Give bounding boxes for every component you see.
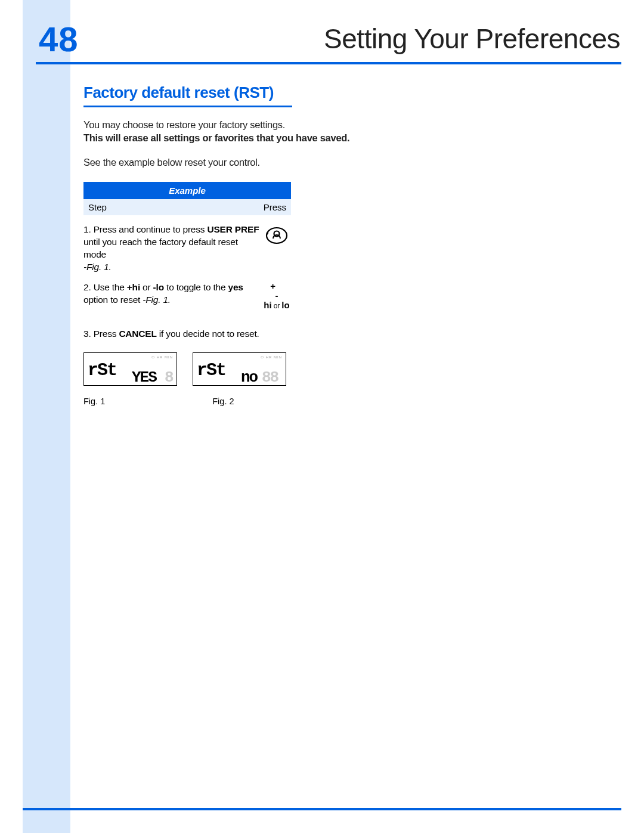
plus-symbol: + [268, 281, 278, 291]
or-label: or [272, 302, 282, 310]
yes-label: yes [228, 282, 243, 292]
display-row: O HR MIN rSt YES 8 O HR MIN rSt no 88 [83, 352, 376, 386]
footer-rule [23, 808, 621, 810]
hi-lo-buttons: + - hiorlo [262, 281, 291, 309]
chapter-title: Setting Your Preferences [83, 23, 620, 55]
step-text: 1. Press and continue to press USER PREF… [83, 224, 262, 274]
fig-ref: -Fig. 1. [83, 262, 112, 272]
cancel-label: CANCEL [119, 329, 156, 339]
step-lead: Use the [91, 282, 127, 292]
fig-ref: -Fig. 1. [143, 295, 171, 305]
step-tail: option to reset [83, 295, 143, 305]
step-text: 2. Use the +hi or -lo to toggle to the y… [83, 281, 262, 306]
plus-hi-label: +hi [127, 282, 140, 292]
page-content: Factory default reset (RST) You may choo… [83, 83, 376, 406]
step-lead: Press and continue to press [91, 224, 208, 234]
step-after: to toggle to the [164, 282, 228, 292]
header-rule [36, 62, 621, 64]
lcd-ghost: 88 [262, 368, 278, 386]
intro-paragraph: You may choose to restore your factory s… [83, 118, 376, 145]
lcd-tiny-labels: O HR MIN [151, 355, 173, 359]
table-row: 2. Use the +hi or -lo to toggle to the y… [83, 281, 291, 309]
lcd-display-1: O HR MIN rSt YES 8 [83, 352, 177, 386]
minus-symbol: - [271, 291, 282, 301]
intro-bold: This will erase all settings or favorite… [83, 132, 349, 143]
lcd-value: YES [132, 368, 156, 386]
example-table: Example Step Press 1. Press and continue… [83, 182, 291, 340]
minus-lo-label: -lo [153, 282, 164, 292]
step-mid: or [140, 282, 153, 292]
section-title-rule [83, 106, 292, 107]
lcd-ghost: 8 [165, 368, 173, 386]
hi-label: hi [264, 300, 271, 310]
lcd-code: rSt [88, 360, 116, 380]
fig-2-label: Fig. 2 [212, 397, 234, 406]
lcd-tiny-labels: O HR MIN [261, 355, 282, 359]
section-title: Factory default reset (RST) [83, 83, 274, 102]
table-header: Example [83, 182, 291, 199]
table-row: 3. Press CANCEL if you decide not to res… [83, 328, 291, 340]
table-subheader: Step Press [83, 199, 291, 215]
step-number: 2. [83, 282, 91, 292]
intro-line-1: You may choose to restore your factory s… [83, 119, 285, 130]
step-number: 1. [83, 224, 91, 234]
user-pref-label: USER PREF [207, 224, 259, 234]
step-text: 3. Press CANCEL if you decide not to res… [83, 328, 262, 340]
table-row: 1. Press and continue to press USER PREF… [83, 224, 291, 274]
col-step: Step [83, 199, 259, 215]
lcd-value: no [241, 368, 257, 386]
col-press: Press [259, 199, 291, 215]
intro-line-2: See the example below reset your control… [83, 156, 376, 169]
lcd-display-2: O HR MIN rSt no 88 [193, 352, 286, 386]
step-lead: Press [91, 329, 119, 339]
user-pref-button-icon [262, 224, 291, 250]
fig-1-label: Fig. 1 [83, 397, 105, 406]
step-number: 3. [83, 329, 91, 339]
page-number: 48 [39, 19, 79, 59]
step-after: until you reach the factory default rese… [83, 237, 238, 259]
manual-page: 48 Setting Your Preferences Factory defa… [0, 0, 644, 833]
pref-icon [265, 224, 289, 247]
figure-labels-row: Fig. 1 Fig. 2 [83, 391, 376, 406]
lo-label: lo [281, 300, 289, 310]
blue-margin-column [23, 0, 70, 833]
lcd-code: rSt [197, 360, 225, 380]
step-after: if you decide not to reset. [157, 329, 259, 339]
